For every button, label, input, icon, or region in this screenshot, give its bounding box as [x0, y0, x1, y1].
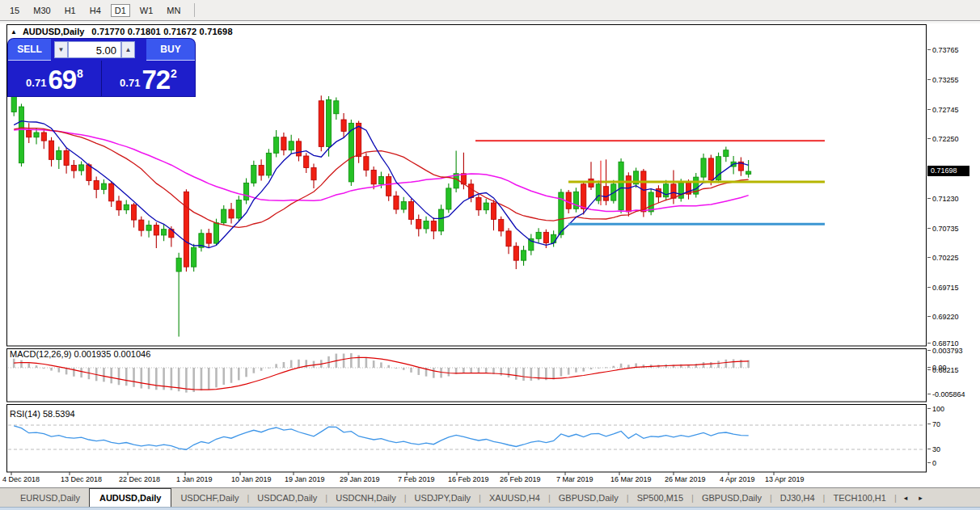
tab-scroll-left-icon[interactable]: ◂ — [904, 494, 908, 502]
sell-price-prefix: 0.71 — [26, 77, 46, 89]
rsi-axis-label: 0 — [932, 459, 936, 467]
tab-xauusd-h4[interactable]: XAUUSD,H4 — [482, 490, 547, 506]
date-axis-label: 4 Dec 2018 — [2, 475, 40, 483]
current-price-tag: 0.71698 — [927, 166, 969, 176]
date-axis-label: 19 Jan 2019 — [285, 475, 325, 483]
price-axis-label: 0.70735 — [932, 225, 959, 233]
buy-price[interactable]: 0.71 72 2 — [102, 61, 195, 96]
timeframe-button-15[interactable]: 15 — [6, 4, 23, 17]
rsi-axis-label: 70 — [932, 420, 940, 428]
date-axis-label: 10 Jan 2019 — [231, 475, 272, 483]
tab-eurusd-daily[interactable]: EURUSD,Daily — [13, 490, 87, 506]
volume-increase-button[interactable]: ▲ — [121, 41, 135, 58]
tab-tech100-h1[interactable]: TECH100,H1 — [826, 490, 893, 506]
one-click-trade-panel: SELL ▼ 5.00 ▲ BUY 0.71 69 8 0.71 72 2 — [8, 39, 195, 96]
collapse-panel-icon[interactable]: ▲ — [11, 28, 17, 36]
chart-tabbar: EURUSD,DailyAUDUSD,DailyUSDCHF,Daily|USD… — [0, 487, 980, 507]
macd-axis-label: 0.00 — [932, 364, 947, 372]
tab-usdcad-daily[interactable]: USDCAD,Daily — [250, 490, 324, 506]
chart-title: ▲ AUDUSD,Daily 0.71770 0.71801 0.71672 0… — [11, 27, 233, 36]
date-axis-label: 22 Dec 2018 — [119, 475, 160, 483]
date-axis-label: 16 Feb 2019 — [448, 475, 489, 483]
sell-price-big: 69 — [48, 66, 76, 93]
symbol-period-label: AUDUSD,Daily — [23, 27, 84, 36]
sell-button[interactable]: SELL — [8, 39, 51, 61]
tab-gbpusd-daily[interactable]: GBPUSD,Daily — [695, 490, 769, 506]
date-axis-label: 26 Mar 2019 — [665, 475, 706, 483]
date-axis-label: 13 Dec 2018 — [61, 475, 102, 483]
date-axis-label: 1 Jan 2019 — [176, 475, 213, 483]
timeframe-button-w1[interactable]: W1 — [136, 4, 158, 17]
buy-price-big: 72 — [142, 66, 170, 93]
price-axis-label: 0.72745 — [932, 106, 959, 114]
volume-input[interactable]: 5.00 — [68, 41, 121, 58]
rsi-indicator-label: RSI(14) 58.5394 — [10, 409, 75, 419]
price-axis-label: 0.70225 — [932, 254, 959, 262]
date-axis-label: 7 Feb 2019 — [398, 475, 435, 483]
price-axis[interactable]: 0.737650.732550.727450.722500.712300.707… — [927, 23, 980, 487]
timeframe-button-m30[interactable]: M30 — [29, 4, 54, 17]
timeframe-button-h1[interactable]: H1 — [61, 4, 80, 17]
tab-usdchf-daily[interactable]: USDCHF,Daily — [173, 490, 246, 506]
buy-price-prefix: 0.71 — [120, 77, 140, 89]
toolbar-separator — [194, 3, 195, 17]
date-axis-label: 13 Apr 2019 — [765, 475, 805, 483]
date-axis[interactable]: 4 Dec 201813 Dec 201822 Dec 20181 Jan 20… — [0, 474, 927, 487]
sell-price-pip: 8 — [77, 67, 83, 80]
tab-dj30-h4[interactable]: DJ30,H4 — [773, 490, 822, 506]
date-axis-label: 16 Mar 2019 — [610, 475, 652, 483]
date-axis-label: 29 Jan 2019 — [340, 475, 380, 483]
price-axis-label: 0.69715 — [932, 284, 959, 292]
tab-usdjpy-daily[interactable]: USDJPY,Daily — [408, 490, 479, 506]
chart-window: ▲ AUDUSD,Daily 0.71770 0.71801 0.71672 0… — [0, 23, 980, 487]
macd-axis-label: 0.003793 — [932, 347, 963, 355]
macd-indicator-label: MACD(12,26,9) 0.001935 0.001046 — [10, 349, 150, 359]
tab-audusd-daily[interactable]: AUDUSD,Daily — [89, 488, 171, 508]
tab-gbpusd-daily[interactable]: GBPUSD,Daily — [551, 490, 626, 506]
rsi-axis-label: 100 — [932, 405, 944, 413]
buy-price-pip: 2 — [171, 67, 177, 80]
timeframe-toolbar: 15M30H1H4D1W1MN — [0, 0, 980, 21]
price-axis-label: 0.72250 — [932, 135, 959, 143]
price-axis-label: 0.73765 — [932, 46, 959, 54]
buy-button[interactable]: BUY — [146, 39, 195, 61]
tab-scroll-arrows: ◂▸ — [904, 494, 923, 502]
timeframe-button-d1[interactable]: D1 — [111, 4, 130, 17]
date-axis-label: 7 Mar 2019 — [556, 475, 593, 483]
price-axis-label: 0.73255 — [932, 76, 959, 84]
tab-divider: | — [893, 493, 898, 503]
rsi-axis-label: 30 — [932, 445, 940, 453]
price-axis-label: 0.71230 — [932, 195, 959, 203]
timeframe-button-h4[interactable]: H4 — [86, 4, 105, 17]
date-axis-label: 26 Feb 2019 — [500, 475, 541, 483]
ohlc-values: 0.71770 0.71801 0.71672 0.71698 — [91, 27, 232, 36]
tab-sp500-m15[interactable]: SP500,M15 — [630, 490, 691, 506]
tab-usdcnh-daily[interactable]: USDCNH,Daily — [328, 490, 403, 506]
tab-scroll-right-icon[interactable]: ▸ — [919, 494, 923, 502]
date-axis-label: 4 Apr 2019 — [720, 475, 755, 483]
macd-axis-label: -0.005864 — [932, 390, 965, 398]
status-strip — [0, 507, 980, 510]
price-axis-label: 0.69220 — [932, 313, 959, 321]
sell-price[interactable]: 0.71 69 8 — [8, 61, 102, 96]
volume-decrease-button[interactable]: ▼ — [54, 41, 68, 58]
timeframe-button-mn[interactable]: MN — [163, 4, 184, 17]
